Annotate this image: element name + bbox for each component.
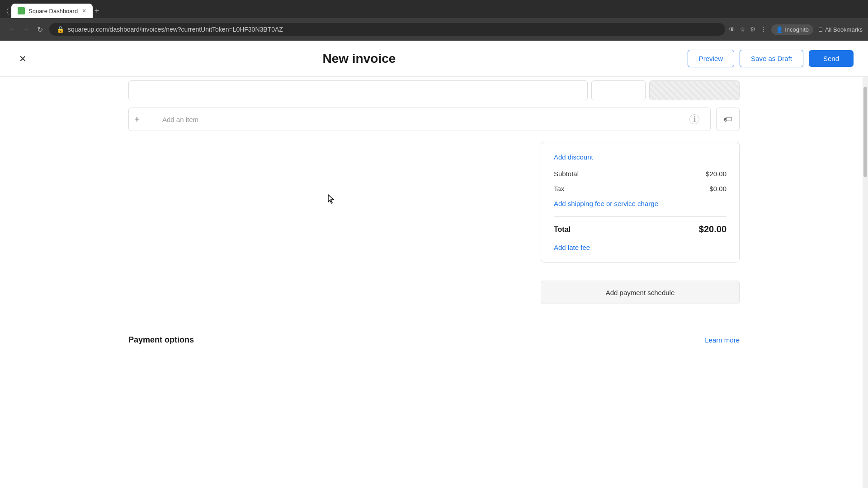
summary-card: Add discount Subtotal $20.00 Tax $0.00 A… <box>541 142 740 263</box>
summary-divider <box>554 216 726 217</box>
browser-chrome: 〈 Square Dashboard ✕ + ← → ↻ 🔒 squareup.… <box>0 0 868 41</box>
app-container: ✕ New invoice Preview Save as Draft Send… <box>0 41 868 488</box>
toolbar-actions: 👁 ☆ ⚙ ⋮ 👤 Incognito 🗌 All Bookmarks <box>729 24 863 35</box>
bookmark-star-icon[interactable]: ☆ <box>740 26 745 33</box>
total-row: Total $20.00 <box>554 224 726 235</box>
payment-options-row: Payment options Learn more <box>128 326 740 354</box>
close-button[interactable]: ✕ <box>14 51 31 67</box>
total-label: Total <box>554 225 571 234</box>
subtotal-row: Subtotal $20.00 <box>554 170 726 178</box>
scrollbar-thumb[interactable] <box>863 87 867 177</box>
item-options-button[interactable]: 🏷 <box>716 108 740 131</box>
add-discount-link[interactable]: Add discount <box>554 153 726 161</box>
app-header: ✕ New invoice Preview Save as Draft Send <box>0 41 868 77</box>
tax-value: $0.00 <box>709 185 726 192</box>
price-tag-icon: 🏷 <box>724 115 732 124</box>
item-input-partial <box>128 80 588 100</box>
save-draft-button[interactable]: Save as Draft <box>740 50 803 67</box>
header-actions: Preview Save as Draft Send <box>688 50 854 67</box>
item-qty-partial <box>591 80 646 100</box>
summary-section: Add discount Subtotal $20.00 Tax $0.00 A… <box>128 142 740 272</box>
preview-button[interactable]: Preview <box>688 50 734 67</box>
send-button[interactable]: Send <box>809 50 854 67</box>
tax-row: Tax $0.00 <box>554 185 726 192</box>
extensions-icon[interactable]: ⚙ <box>750 26 756 33</box>
scrollbar[interactable] <box>863 41 868 488</box>
add-shipping-link[interactable]: Add shipping fee or service charge <box>554 200 726 207</box>
tab-prev-btn[interactable]: 〈 <box>4 5 11 17</box>
browser-menu-icon[interactable]: ⋮ <box>760 26 767 33</box>
learn-more-link[interactable]: Learn more <box>705 336 740 344</box>
back-btn[interactable]: ← <box>5 23 18 35</box>
add-item-input-container[interactable]: + Add an item ℹ <box>128 108 711 131</box>
visibility-icon[interactable]: 👁 <box>729 26 735 33</box>
incognito-badge: 👤 Incognito <box>771 24 813 35</box>
add-payment-schedule-button[interactable]: Add payment schedule <box>541 281 740 304</box>
reload-btn[interactable]: ↻ <box>34 23 46 36</box>
browser-tabs: 〈 Square Dashboard ✕ + <box>0 0 868 18</box>
tax-label: Tax <box>554 185 564 192</box>
address-bar[interactable]: 🔒 squareup.com/dashboard/invoices/new?cu… <box>49 23 725 36</box>
nav-controls: ← → ↻ <box>5 23 46 36</box>
payment-schedule-section: Add payment schedule <box>128 281 740 315</box>
add-item-placeholder: Add an item <box>162 116 198 123</box>
payment-options-label: Payment options <box>128 335 194 345</box>
incognito-icon: 👤 <box>776 26 783 33</box>
bookmarks-icon[interactable]: 🗌 All Bookmarks <box>818 26 863 33</box>
add-item-plus-icon: + <box>134 114 140 125</box>
tab-title: Square Dashboard <box>28 8 78 14</box>
subtotal-label: Subtotal <box>554 170 579 178</box>
add-item-row: + Add an item ℹ 🏷 <box>128 108 740 131</box>
url-text: squareup.com/dashboard/invoices/new?curr… <box>68 26 283 33</box>
add-late-fee-link[interactable]: Add late fee <box>554 244 726 251</box>
add-item-info-icon: ℹ <box>689 114 699 124</box>
browser-tab-active[interactable]: Square Dashboard ✕ <box>11 4 93 18</box>
new-tab-btn[interactable]: + <box>94 6 99 16</box>
main-content: + Add an item ℹ 🏷 Add discount Subtotal … <box>0 77 868 488</box>
tab-favicon <box>18 7 25 14</box>
item-row-partial <box>128 80 740 100</box>
lock-icon: 🔒 <box>57 26 64 33</box>
incognito-label: Incognito <box>785 26 809 33</box>
tab-close-btn[interactable]: ✕ <box>82 8 86 14</box>
total-value: $20.00 <box>699 224 726 235</box>
forward-btn[interactable]: → <box>20 23 33 35</box>
browser-toolbar: ← → ↻ 🔒 squareup.com/dashboard/invoices/… <box>0 18 868 41</box>
item-amount-partial <box>649 80 740 100</box>
subtotal-value: $20.00 <box>706 170 726 178</box>
page-title: New invoice <box>31 52 688 66</box>
